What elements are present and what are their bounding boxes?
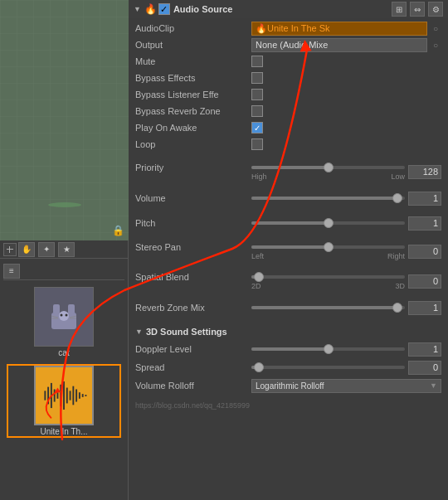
star-tool-btn[interactable]: ★ — [58, 242, 75, 257]
audioclip-text: Unite In The Sk — [267, 23, 330, 33]
volume-value — [251, 192, 441, 206]
spatial-slider[interactable]: 2D 3D — [251, 272, 405, 290]
expand-icon[interactable] — [3, 243, 17, 256]
priority-slider[interactable]: High Low — [251, 163, 405, 181]
spread-number-field[interactable] — [408, 361, 441, 375]
loop-row: Loop — [129, 136, 448, 153]
bypass-reverb-label: Bypass Reverb Zone — [135, 106, 251, 116]
header-icon-rect[interactable]: ⊞ — [392, 2, 407, 17]
bypass-effects-row: Bypass Effects — [129, 70, 448, 86]
priority-low-label: Low — [391, 172, 405, 181]
component-header[interactable]: ▼ 🔥 ✓ Audio Source ⊞ ⇔ ⚙ — [129, 0, 448, 18]
priority-number-field[interactable] — [408, 165, 441, 179]
priority-row: Priority High Low — [129, 159, 448, 189]
rolloff-field[interactable]: Logarithmic Rolloff ▼ — [251, 379, 441, 393]
output-value: None (Audio Mixe ○ — [251, 38, 441, 52]
stereo-slider[interactable]: Left Right — [251, 242, 405, 260]
volume-thumb[interactable] — [392, 193, 402, 203]
divider-4 — [129, 317, 448, 323]
output-reset[interactable]: ○ — [430, 39, 441, 51]
reverb-slider[interactable] — [251, 303, 405, 313]
play-on-awake-row: Play On Awake ✓ — [129, 119, 448, 136]
move-tool-btn[interactable]: ✦ — [38, 242, 55, 257]
stereo-pan-label: Stereo Pan — [135, 242, 251, 252]
header-icons: ⊞ ⇔ ⚙ — [392, 2, 443, 17]
audioclip-reset[interactable]: ○ — [430, 22, 441, 34]
pitch-value — [251, 216, 441, 231]
volume-number-field[interactable] — [408, 192, 441, 206]
svg-point-5 — [59, 311, 69, 321]
hand-tool-btn[interactable]: ✋ — [18, 242, 35, 257]
audioclip-value: 🔥 Unite In The Sk ○ — [251, 22, 441, 36]
bypass-effects-label: Bypass Effects — [135, 73, 251, 83]
stereo-thumb[interactable] — [324, 242, 334, 252]
scene-object — [48, 202, 81, 207]
spread-track — [251, 366, 405, 369]
rolloff-dropdown-icon: ▼ — [430, 381, 437, 390]
pitch-fill — [251, 221, 329, 225]
play-on-awake-label: Play On Awake — [135, 123, 251, 133]
spatial-number-field[interactable] — [408, 274, 441, 289]
audio-label: Unite In Th... — [40, 427, 87, 436]
header-icon-arrows[interactable]: ⇔ — [410, 2, 425, 17]
bypass-listener-checkbox[interactable] — [251, 89, 263, 100]
divider-2 — [129, 207, 448, 214]
rolloff-text: Logarithmic Rolloff — [256, 381, 324, 391]
main-container: 🔒 ✋ ✦ ★ ≡ — [0, 0, 448, 500]
reverb-number-field[interactable] — [408, 301, 441, 315]
bypass-listener-value — [251, 89, 441, 100]
spatial-thumb[interactable] — [254, 272, 264, 282]
priority-thumb[interactable] — [324, 163, 334, 172]
priority-high-label: High — [251, 172, 267, 181]
doppler-number-field[interactable] — [408, 342, 441, 357]
component-enable-checkbox[interactable]: ✓ — [158, 3, 170, 15]
stereo-number-field[interactable] — [408, 245, 441, 259]
volume-slider[interactable] — [251, 193, 405, 203]
svg-point-6 — [61, 314, 63, 317]
doppler-slider[interactable] — [251, 344, 405, 354]
output-field[interactable]: None (Audio Mixe — [251, 38, 427, 52]
doppler-row: Doppler Level — [129, 340, 448, 358]
pitch-thumb[interactable] — [324, 218, 334, 228]
spread-value — [251, 361, 441, 375]
priority-slider-container: High Low — [251, 163, 441, 181]
reverb-thumb[interactable] — [392, 303, 402, 313]
spatial-track — [251, 275, 405, 279]
spread-slider[interactable] — [251, 362, 405, 372]
priority-labels: High Low — [251, 172, 405, 181]
cat-asset[interactable]: cat — [7, 287, 121, 357]
sound3d-header[interactable]: ▼ 3D Sound Settings — [129, 323, 448, 340]
sound3d-triangle-icon: ▼ — [135, 328, 143, 336]
svg-rect-3 — [53, 304, 60, 314]
svg-rect-4 — [68, 304, 75, 314]
divider-3 — [129, 232, 448, 239]
play-on-awake-checkbox[interactable]: ✓ — [251, 122, 263, 133]
bypass-effects-checkbox[interactable] — [251, 72, 263, 84]
mute-checkbox[interactable] — [251, 56, 263, 67]
component-title: Audio Source — [173, 4, 392, 14]
watermark-text: https://blog.csdn.net/qq_42185999 — [135, 401, 250, 410]
pitch-slider[interactable] — [251, 218, 405, 228]
scene-view[interactable]: 🔒 — [0, 0, 129, 240]
priority-track — [251, 166, 405, 169]
spatial-labels: 2D 3D — [251, 282, 405, 290]
header-icon-gear[interactable]: ⚙ — [428, 2, 443, 17]
loop-checkbox[interactable] — [251, 138, 263, 150]
asset-btn-1[interactable]: ≡ — [3, 264, 20, 279]
output-text: None (Audio Mixe — [256, 40, 423, 50]
stereo-labels: Left Right — [251, 252, 405, 260]
svg-rect-1 — [9, 246, 10, 253]
pitch-track — [251, 221, 405, 225]
stereo-left-label: Left — [251, 252, 264, 260]
spread-thumb[interactable] — [254, 362, 264, 372]
bypass-reverb-checkbox[interactable] — [251, 105, 263, 117]
rolloff-label: Volume Rolloff — [135, 381, 251, 391]
pitch-number-field[interactable] — [408, 216, 441, 231]
audioclip-field[interactable]: 🔥 Unite In The Sk — [251, 22, 427, 36]
bypass-reverb-value — [251, 105, 441, 117]
doppler-fill — [251, 347, 329, 351]
stereo-right-label: Right — [387, 252, 405, 260]
doppler-thumb[interactable] — [324, 344, 334, 354]
audio-source-icon: 🔥 — [144, 3, 157, 15]
audio-asset[interactable]: Unite In Th... — [7, 364, 121, 438]
